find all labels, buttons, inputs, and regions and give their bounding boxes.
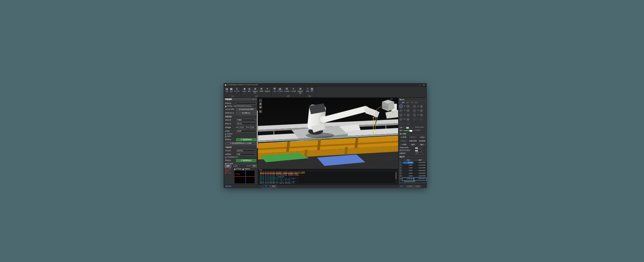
jog-minus-button[interactable]: − [399, 118, 402, 121]
hscrollbar-thumb[interactable] [404, 181, 415, 182]
control-button-暂停[interactable]: ∥暂停 [409, 136, 417, 139]
jog-minus-button[interactable]: − [413, 109, 416, 112]
wide-action-button[interactable]: ↺同步更新焊缝轨迹与工艺参数 [225, 142, 256, 145]
tab-报警[interactable]: 报警 [270, 185, 277, 188]
jog-minus-button[interactable]: − [413, 118, 416, 121]
title-bar[interactable]: CypWeldDemo Model [7.0.110.4] nut2.iRr —… [224, 84, 426, 87]
axis-coord-value[interactable]: 0.000 ° [402, 170, 414, 172]
text-input[interactable]: 25 mm [236, 123, 256, 125]
control-button-停止[interactable]: ■停止 [418, 136, 426, 139]
control-button-断点启动[interactable]: ▶断点启动 [409, 139, 417, 142]
dropdown-select[interactable]: 平焊缝 [236, 119, 256, 121]
jog-minus-button[interactable]: − [413, 114, 416, 117]
layers-icon[interactable]: ▤ [259, 105, 262, 108]
checkbox-row[interactable]: 多道焊缝 [225, 133, 256, 135]
toolbar-item[interactable]: ⚒工具▾ [272, 87, 277, 95]
axis-coord-value[interactable]: 0.000 ° [402, 167, 414, 170]
jog-settings-link[interactable]: ◎ 点动设置 [413, 130, 420, 131]
checkbox[interactable] [225, 157, 226, 158]
confirm-check-icon[interactable]: ✓ [255, 98, 257, 100]
axis-coord-value[interactable]: 0.000 ° [402, 175, 414, 178]
toolbar-item[interactable]: ?帮助 [306, 87, 310, 95]
view-button[interactable]: 查看 [252, 165, 257, 168]
jog-minus-button[interactable]: − [399, 109, 402, 112]
toolbar-item[interactable]: ⇓导入工件▾ [233, 87, 240, 95]
camera-preview[interactable]: 未连接 [234, 170, 255, 184]
jog-plus-button[interactable]: + [407, 118, 410, 121]
offset-end-input[interactable]: 0 mm [250, 126, 257, 129]
control-button-输出[interactable]: 输出 [418, 143, 426, 146]
tab-日志[interactable]: 日志 [263, 185, 270, 188]
jog-mode-关节[interactable]: 关节 [401, 102, 405, 103]
checkbox[interactable] [225, 134, 226, 135]
toolbar-item[interactable]: ▦打开▾ [229, 87, 233, 95]
log-scrollbar[interactable] [395, 172, 396, 184]
toggle-switch[interactable] [415, 150, 422, 151]
checkbox[interactable] [234, 169, 235, 170]
toolbar-item[interactable]: ◈机器人▾ [242, 87, 247, 95]
action-button[interactable]: ⇄调整方向 [236, 112, 256, 115]
maximize-button[interactable]: ❐ [422, 84, 426, 86]
jog-mode-世界[interactable]: 世界 [406, 102, 409, 103]
text-input[interactable]: 16.00° [236, 130, 256, 132]
sensor-checkbox[interactable]: 显示追踪 [234, 168, 241, 170]
slider-thumb[interactable] [406, 127, 409, 129]
tab-IO监控[interactable]: IO监控 [414, 185, 421, 188]
green-action-button[interactable]: ↺更新焊枪姿态 [236, 159, 256, 162]
jog-plus-button[interactable]: + [420, 105, 423, 108]
dock-tab-weld-edit[interactable]: 焊缝编辑 [225, 185, 231, 187]
tab-track-image[interactable]: 轨迹图 [231, 165, 239, 168]
minimize-button[interactable]: — [418, 84, 422, 86]
text-input[interactable] [236, 102, 256, 104]
axis-coord-value[interactable]: 0.000 ° [402, 164, 414, 167]
gap-height-spinner[interactable]: 2mm [415, 152, 422, 155]
control-button-运行轨迹[interactable]: 运行轨迹 [418, 139, 426, 142]
close-icon[interactable]: × [253, 98, 254, 100]
control-button-速度[interactable]: 速度 [409, 143, 417, 146]
action-button[interactable]: 自动选择连续相邻焊缝 [236, 108, 256, 111]
toggle-switch[interactable] [415, 147, 422, 149]
jog-minus-button[interactable]: − [413, 105, 416, 108]
toolbar-item[interactable]: ⊚伺服器 [259, 87, 264, 95]
speed-slider[interactable] [404, 130, 412, 131]
jog-plus-button[interactable]: + [420, 109, 423, 112]
toolbar-item[interactable]: ⊞离线编程参数▾ [297, 87, 304, 95]
control-button-设置[interactable]: ⚙设置 [399, 143, 408, 146]
checkbox[interactable] [225, 136, 226, 137]
jog-plus-button[interactable]: + [407, 109, 410, 112]
toolbar-item[interactable]: ▤PLC过程▾ [277, 87, 283, 95]
toolbar-item[interactable]: ◎模式 [247, 87, 252, 95]
frame-select-icon[interactable]: ◩ [259, 110, 262, 113]
toolbar-item[interactable]: ⊕伺服器初始化 [252, 87, 259, 95]
control-button-回原点[interactable]: 回原点 [399, 139, 408, 142]
monitor-hscrollbar[interactable] [399, 181, 426, 182]
axis-coord-value[interactable]: 0.000 ° [402, 172, 414, 175]
tab-轴监控[interactable]: 轴监控 [399, 185, 406, 188]
toolbar-item[interactable]: ⚙全局参数 [283, 87, 290, 95]
isometric-view-icon[interactable]: ◆ [259, 102, 262, 105]
toolbar-item[interactable]: ▤文件▾ [225, 87, 229, 95]
jog-plus-button[interactable]: + [407, 114, 410, 117]
jog-plus-button[interactable]: + [420, 114, 423, 117]
green-action-button[interactable]: ↺更新焊缝轨迹 [236, 138, 256, 141]
jog-plus-button[interactable]: + [407, 122, 410, 125]
checkbox-row[interactable]: 手动调整焊枪姿态 [225, 156, 256, 159]
control-button-开始[interactable]: ▶开始 [399, 136, 408, 139]
sensor-checkbox[interactable]: 检测区域 [243, 168, 250, 170]
weld-panel-scrollbar[interactable] [257, 98, 258, 164]
jog-plus-button[interactable]: + [420, 118, 423, 121]
checkbox-row[interactable]: 断焊缝 [225, 135, 256, 138]
step-slider[interactable] [404, 127, 412, 128]
jog-minus-button[interactable]: − [399, 122, 402, 125]
dropdown-select[interactable]: 直线 [236, 153, 256, 156]
fit-view-icon[interactable]: ◇ [259, 99, 262, 102]
jog-minus-button[interactable]: − [399, 105, 402, 108]
jog-plus-button[interactable]: + [407, 105, 410, 108]
log-lines[interactable]: 09/15 16:42:52[CAD] 选中焊缝: 平焊缝 L=25mm 工艺号… [259, 171, 397, 184]
checkbox[interactable] [243, 169, 244, 170]
checkbox-row[interactable]: 焊缝闭合（适合首尾闭合焊缝 [首尾相交]） [225, 105, 256, 107]
offset-start-input[interactable]: 0 mm [239, 126, 246, 129]
3d-viewport[interactable]: BACK X Y Z ◇◆▤◩ [258, 98, 398, 168]
dropdown-select[interactable]: 起始寻位 [236, 149, 256, 152]
toolbar-item[interactable]: ●伺服状态▾ [264, 87, 271, 95]
